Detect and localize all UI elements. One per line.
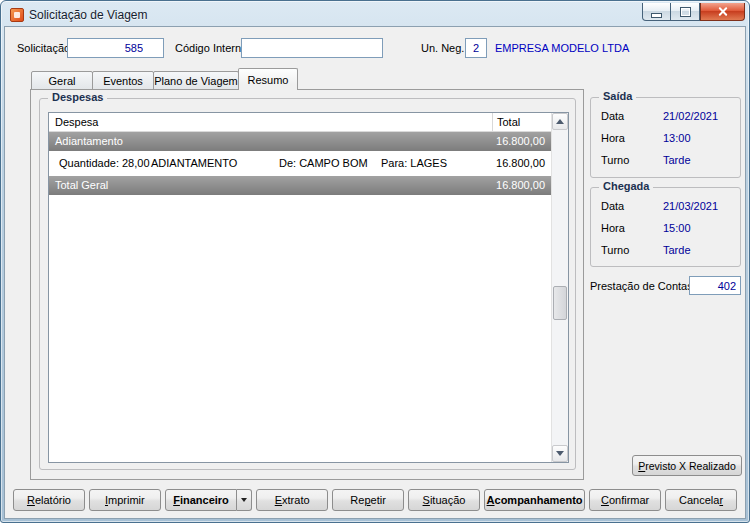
hora-label: Hora [601, 222, 625, 234]
chevron-down-icon [241, 498, 247, 502]
empresa-label: EMPRESA MODELO LTDA [495, 42, 629, 54]
chegada-hora-row: Hora 15:00 [601, 222, 734, 236]
detalhe-destino: Para: LAGES [381, 154, 447, 173]
tab-geral[interactable]: Geral [31, 71, 93, 90]
un-neg-input[interactable] [465, 38, 487, 58]
hora-label: Hora [601, 132, 625, 144]
chegada-group: Chegada Data 21/03/2021 Hora 15:00 Turno… [590, 187, 741, 267]
financeiro-dropdown-button[interactable] [237, 489, 252, 511]
detalhe-descricao: ADIANTAMENTO [151, 154, 237, 173]
close-icon [717, 6, 729, 17]
tab-eventos[interactable]: Eventos [92, 71, 154, 90]
minimize-button[interactable] [642, 3, 671, 21]
restore-button[interactable] [671, 3, 700, 21]
table-row-detalhe[interactable]: Quantidade: 28,00 ADIANTAMENTO De: CAMPO… [49, 154, 551, 173]
financeiro-split-button: Financeiro [165, 489, 252, 511]
prestacao-contas-label: Prestação de Contas [590, 280, 693, 292]
turno-value: Tarde [663, 244, 691, 256]
data-value: 21/03/2021 [663, 200, 718, 212]
acompanhamento-button[interactable]: Acompanhamento [484, 489, 585, 511]
prestacao-contas-input[interactable] [689, 276, 741, 295]
relatorio-button[interactable]: Relatório [13, 489, 85, 511]
solicitacao-label: Solicitação [17, 42, 70, 54]
tab-resumo[interactable]: Resumo [238, 68, 298, 90]
cancelar-button[interactable]: Cancelar [665, 489, 737, 511]
saida-data-row: Data 21/02/2021 [601, 110, 734, 124]
saida-turno-row: Turno Tarde [601, 154, 734, 168]
situacao-button[interactable]: Situação [408, 489, 480, 511]
data-label: Data [601, 200, 624, 212]
un-neg-label: Un. Neg. [421, 42, 464, 54]
column-header-total[interactable]: Total [492, 113, 520, 131]
row-label: Total Geral [55, 176, 108, 195]
tab-bar: Geral Eventos Plano de Viagem Resumo [31, 68, 298, 90]
saida-group: Saída Data 21/02/2021 Hora 13:00 Turno T… [590, 97, 741, 178]
turno-label: Turno [601, 244, 629, 256]
saida-hora-row: Hora 13:00 [601, 132, 734, 146]
window-body: Solicitação Código Interno Un. Neg. EMPR… [4, 26, 746, 519]
tab-page-resumo: Despesas Despesa Total Adiantamento 16.8… [30, 89, 584, 480]
footer-toolbar: Relatório Imprimir Financeiro Extrato Re… [13, 489, 737, 511]
repetir-button[interactable]: Repetir [332, 489, 404, 511]
extrato-button[interactable]: Extrato [256, 489, 328, 511]
minimize-icon [652, 14, 661, 17]
financeiro-button[interactable]: Financeiro [165, 489, 237, 511]
despesas-group: Despesas Despesa Total Adiantamento 16.8… [39, 98, 576, 470]
titlebar[interactable]: Solicitação de Viagem [4, 1, 746, 26]
codigo-interno-input[interactable] [241, 38, 383, 58]
row-total: 16.800,00 [496, 176, 545, 195]
solicitacao-input[interactable] [67, 38, 164, 58]
table-header-row: Despesa Total [49, 113, 551, 132]
chegada-group-title: Chegada [599, 180, 653, 192]
table-row-total-geral[interactable]: Total Geral 16.800,00 [49, 176, 551, 195]
chevron-down-icon [556, 451, 564, 456]
saida-group-title: Saída [599, 90, 636, 102]
window-title: Solicitação de Viagem [29, 8, 148, 22]
chegada-turno-row: Turno Tarde [601, 244, 734, 258]
detalhe-total: 16.800,00 [496, 154, 545, 173]
data-label: Data [601, 110, 624, 122]
previsto-x-realizado-button[interactable]: Previsto X Realizado [632, 455, 742, 476]
row-total: 16.800,00 [496, 132, 545, 151]
hora-value: 15:00 [663, 222, 691, 234]
solicitacao-viagem-window: Solicitação de Viagem Solicitação Código… [0, 0, 750, 523]
scroll-up-button[interactable] [552, 113, 568, 130]
table-row-adiantamento[interactable]: Adiantamento 16.800,00 [49, 132, 551, 151]
window-controls [642, 3, 745, 21]
row-label: Adiantamento [55, 132, 123, 151]
close-button[interactable] [700, 3, 745, 21]
data-value: 21/02/2021 [663, 110, 718, 122]
chegada-data-row: Data 21/03/2021 [601, 200, 734, 214]
detalhe-origem: De: CAMPO BOM [279, 154, 368, 173]
vertical-scrollbar[interactable] [551, 113, 568, 462]
restore-icon [681, 8, 690, 16]
turno-label: Turno [601, 154, 629, 166]
imprimir-button[interactable]: Imprimir [89, 489, 161, 511]
hora-value: 13:00 [663, 132, 691, 144]
despesas-group-title: Despesas [48, 91, 107, 103]
chevron-up-icon [556, 119, 564, 124]
detalhe-quantidade: Quantidade: 28,00 [59, 154, 150, 173]
confirmar-button[interactable]: Confirmar [589, 489, 661, 511]
column-header-despesa[interactable]: Despesa [55, 113, 98, 131]
tab-plano-de-viagem[interactable]: Plano de Viagem [153, 71, 239, 90]
scrollbar-thumb[interactable] [553, 286, 567, 320]
despesas-table: Despesa Total Adiantamento 16.800,00 Qua… [48, 112, 569, 463]
app-icon [10, 8, 24, 22]
codigo-interno-label: Código Interno [175, 42, 247, 54]
turno-value: Tarde [663, 154, 691, 166]
scroll-down-button[interactable] [552, 445, 568, 462]
